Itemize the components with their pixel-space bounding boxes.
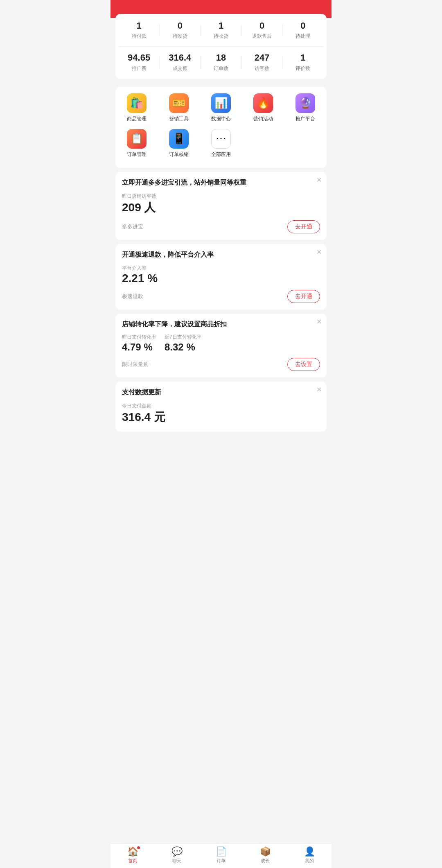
menu-icon-订单核销: 📱 [169,129,189,149]
promo-title: 开通极速退款，降低平台介入率 [122,251,320,259]
menu-item-营销活动[interactable]: 🔥 营销活动 [242,93,284,122]
promo-footer: 极速退款 去开通 [122,290,320,303]
promo-card-2: ✕ 店铺转化率下降，建议设置商品折扣 昨日支付转化率 4.79 % 近7日支付转… [115,314,327,377]
promo-sub-label: 今日支付金额 [122,403,151,409]
stat-label: 成交额 [173,65,187,72]
stat-value: 0 [300,20,305,31]
stat-label: 访客数 [255,65,269,72]
promo-sub-label: 昨日店铺访客数 [122,193,156,199]
stat-label: 待处理 [295,33,310,40]
promo-value: 2.21 % [122,272,320,285]
stat-label: 评价数 [295,65,310,72]
stat-item-访客数[interactable]: 247 访客数 [242,52,282,72]
promo-footer-label: 多多进宝 [122,223,143,231]
menu-label: 数据中心 [211,115,231,122]
promo-sub-label-2: 近7日支付转化率 [165,334,202,341]
order-stats-row: 1 待付款 0 待发货 1 待收货 0 退款售后 0 待处理 [119,20,323,40]
stat-item-待付款[interactable]: 1 待付款 [119,20,159,40]
promo-footer-label: 极速退款 [122,293,143,300]
menu-item-营销工具[interactable]: 🎫 营销工具 [158,93,200,122]
stat-value: 94.65 [128,52,150,63]
stat-label: 订单数 [214,65,228,72]
menu-label: 营销工具 [169,115,189,122]
menu-label: 全部应用 [211,151,231,158]
promo-footer: 限时限量购 去设置 [122,358,320,371]
menu-icon-推广平台: 🔮 [295,93,315,113]
stat-item-退款售后[interactable]: 0 退款售后 [242,20,282,40]
promo-partial-value: 316.4 元 [122,409,320,425]
menu-row-0: 🛍️ 商品管理 🎫 营销工具 📊 数据中心 🔥 营销活动 🔮 推广平台 [115,93,327,122]
stat-label: 推广费 [132,65,147,72]
stat-label: 待收货 [214,33,228,40]
menu-label: 推广平台 [295,115,315,122]
stat-item-推广费[interactable]: 94.65 推广费 [119,52,159,72]
promo-footer: 多多进宝 去开通 [122,220,320,233]
promo-card-0: ✕ 立即开通多多进宝引流，站外销量同等权重 昨日店铺访客数 209 人 多多进宝… [115,172,327,240]
stat-value: 0 [178,20,183,31]
stat-item-成交额[interactable]: 316.4 成交额 [160,52,200,72]
promo-title: 立即开通多多进宝引流，站外销量同等权重 [122,179,320,187]
promo-sub-label-1: 昨日支付转化率 [122,334,156,341]
promo-two-col: 昨日支付转化率 4.79 % 近7日支付转化率 8.32 % [122,334,320,353]
promo-action-button[interactable]: 去开通 [287,290,320,303]
menu-label: 营销活动 [253,115,273,122]
menu-item-商品管理[interactable]: 🛍️ 商品管理 [115,93,158,122]
stat-item-评价数[interactable]: 1 评价数 [283,52,323,72]
promo-value-1: 4.79 % [122,341,156,353]
stat-value: 247 [255,52,270,63]
stat-label: 待付款 [132,33,147,40]
stats-card: 1 待付款 0 待发货 1 待收货 0 退款售后 0 待处理 94.65 推广费… [115,14,327,79]
promo-value: 209 人 [122,200,320,215]
close-button[interactable]: ✕ [316,319,322,325]
promo-footer-label: 限时限量购 [122,361,149,368]
promo-action-button[interactable]: 去设置 [287,358,320,371]
stat-value: 0 [259,20,264,31]
stat-value: 316.4 [169,52,191,63]
stat-value: 18 [216,52,226,63]
stat-value: 1 [300,52,305,63]
stat-item-待收货[interactable]: 1 待收货 [201,20,241,40]
menu-icon-营销工具: 🎫 [169,93,189,113]
menu-card: 🛍️ 商品管理 🎫 营销工具 📊 数据中心 🔥 营销活动 🔮 推广平台 📋 订单… [115,87,327,168]
menu-label: 商品管理 [127,115,147,122]
promo-col-2: 近7日支付转化率 8.32 % [165,334,202,353]
menu-row-1: 📋 订单管理 📱 订单核销 ⋯ 全部应用 [115,129,327,158]
menu-item-订单管理[interactable]: 📋 订单管理 [115,129,158,158]
promo-title: 店铺转化率下降，建议设置商品折扣 [122,320,320,329]
stat-value: 1 [219,20,223,31]
menu-label: 订单核销 [169,151,189,158]
stat-label: 退款售后 [252,33,272,40]
promo-sub-label: 平台介入率 [122,265,147,271]
menu-icon-订单管理: 📋 [127,129,147,149]
close-button[interactable]: ✕ [316,177,322,183]
stat-value: 1 [136,20,141,31]
stat-item-订单数[interactable]: 18 订单数 [201,52,241,72]
menu-icon-全部应用: ⋯ [211,129,231,149]
menu-item-订单核销[interactable]: 📱 订单核销 [158,129,200,158]
menu-item-全部应用[interactable]: ⋯ 全部应用 [200,129,242,158]
promo-col-1: 昨日支付转化率 4.79 % [122,334,156,353]
close-button[interactable]: ✕ [316,249,322,255]
stat-item-待发货[interactable]: 0 待发货 [160,20,200,40]
promo-card-3: ✕ 支付数据更新 今日支付金额 316.4 元 [115,382,327,432]
menu-icon-营销活动: 🔥 [253,93,273,113]
promo-value-2: 8.32 % [165,341,202,353]
promo-card-1: ✕ 开通极速退款，降低平台介入率 平台介入率 2.21 % 极速退款 去开通 [115,244,327,310]
menu-icon-商品管理: 🛍️ [127,93,147,113]
stat-label: 待发货 [173,33,187,40]
menu-icon-数据中心: 📊 [211,93,231,113]
promo-action-button[interactable]: 去开通 [287,220,320,233]
promo-title: 支付数据更新 [122,388,320,397]
menu-item-推广平台[interactable]: 🔮 推广平台 [284,93,327,122]
stat-item-待处理[interactable]: 0 待处理 [283,20,323,40]
close-button[interactable]: ✕ [316,387,322,393]
metrics-stats-row: 94.65 推广费 316.4 成交额 18 订单数 247 访客数 1 评价数 [119,52,323,72]
menu-item-数据中心[interactable]: 📊 数据中心 [200,93,242,122]
menu-label: 订单管理 [127,151,147,158]
